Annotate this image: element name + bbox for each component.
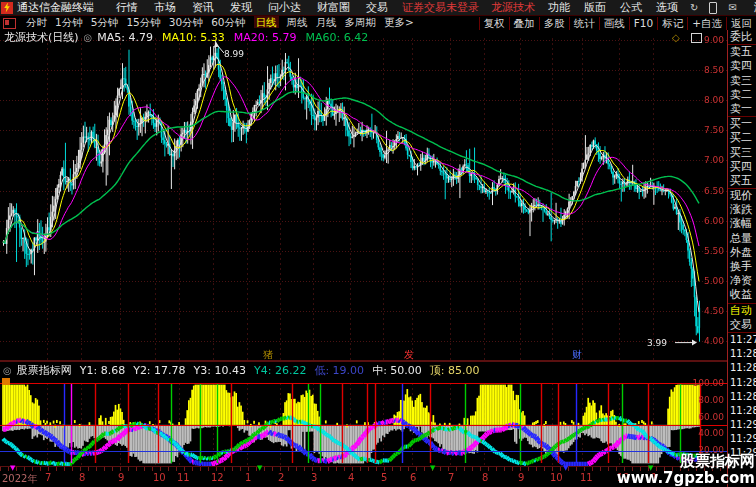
ma-value-0: MA5: 4.79 — [97, 31, 153, 44]
period-tab-3[interactable]: 15分钟 — [126, 16, 160, 28]
period-tab-8[interactable]: 月线 — [316, 16, 337, 28]
menu-item-1[interactable]: 市场 — [154, 1, 176, 14]
menu-item-2[interactable]: 资讯 — [192, 1, 214, 14]
refresh-icon[interactable]: ↻ — [690, 2, 698, 13]
quote-row-卖三: 卖三 — [728, 74, 756, 88]
month-label-8: 8 — [79, 472, 85, 483]
menu-right-item-3[interactable]: 选项 — [656, 1, 678, 14]
quote-row-涨跌: 涨跌 — [728, 203, 756, 217]
menu-items: 行情市场资讯发现问小达财富圈交易 — [108, 0, 396, 15]
toolbar-button-1[interactable]: 叠加 — [509, 17, 539, 30]
menu-item-3[interactable]: 发现 — [230, 1, 252, 14]
quote-row-涨幅: 涨幅 — [728, 217, 756, 231]
month-label-9: 9 — [518, 472, 524, 483]
toolbar-button-2[interactable]: 多股 — [539, 17, 569, 30]
period-tab-5[interactable]: 60分钟 — [211, 16, 245, 28]
menu-item-6[interactable]: 交易 — [366, 1, 388, 14]
chart-event-marker-1: 发 — [404, 348, 414, 362]
tick-time-row: 11:28 — [728, 361, 756, 375]
axis-arrow-marker-3: ▼ — [563, 464, 568, 472]
indicator-chart[interactable] — [0, 362, 727, 466]
app-logo-icon — [1, 2, 13, 14]
indicator-value-2: Y3: 10.43 — [194, 364, 246, 377]
axis-arrow-marker-0: ▼ — [10, 464, 15, 472]
ma-values: MA5: 4.79MA10: 5.33MA20: 5.79MA60: 6.42 — [97, 31, 377, 44]
quote-row-买四: 买四 — [728, 160, 756, 174]
app-title: 通达信金融终端 — [17, 0, 94, 15]
axis-arrow-marker-2: ▼ — [430, 464, 435, 472]
toolbar-right: 复权叠加多股统计画线F10标记+自选返回 — [479, 16, 756, 30]
month-label-1: 1 — [245, 472, 251, 483]
period-tab-9[interactable]: 多周期 — [345, 16, 377, 28]
indicator-name[interactable]: 股票指标网 — [17, 363, 72, 378]
indicator-level-0: 低: 19.00 — [314, 364, 364, 377]
month-label-9: 9 — [118, 472, 124, 483]
period-tab-6[interactable]: 日线 — [254, 16, 279, 28]
toolbar-button-4[interactable]: 画线 — [599, 17, 629, 30]
quote-row-买五: 买五 — [728, 174, 756, 189]
login-status[interactable]: 证券交易未登录 — [402, 0, 479, 15]
tick-time-row: 11:27 — [728, 333, 756, 347]
month-label-7: 7 — [45, 472, 51, 483]
period-tab-1[interactable]: 1分钟 — [55, 16, 83, 28]
indicator-level-1: 中: 50.00 — [372, 364, 422, 377]
tick-time-row: 11:29 — [728, 432, 756, 446]
eye-icon[interactable]: ◎ — [84, 32, 93, 43]
ma-value-2: MA20: 5.79 — [234, 31, 297, 44]
tick-time-row: 11:28 — [728, 347, 756, 361]
mail-icon[interactable]: ✉ — [728, 2, 736, 13]
menu-item-5[interactable]: 财富圈 — [317, 1, 350, 14]
quote-row-净资: 净资 — [728, 274, 756, 288]
quote-row-卖四: 卖四 — [728, 59, 756, 73]
menu-right-item-0[interactable]: 功能 — [548, 1, 570, 14]
month-label-10: 10 — [153, 472, 166, 483]
diamond-icon[interactable]: ◇ — [672, 32, 680, 43]
period-tab-4[interactable]: 30分钟 — [169, 16, 203, 28]
axis-arrow-marker-1: ▼ — [257, 464, 262, 472]
menu-item-0[interactable]: 行情 — [116, 1, 138, 14]
month-label-2022年: 2022年 — [2, 472, 37, 486]
period-tab-0[interactable]: 分时 — [26, 16, 47, 28]
quote-row-卖一: 卖一 — [728, 102, 756, 117]
toolbar-button-5[interactable]: F10 — [629, 17, 657, 30]
month-label-5: 5 — [381, 472, 387, 483]
menu-item-4[interactable]: 问小达 — [268, 1, 301, 14]
toolbar-button-6[interactable]: 标记 — [657, 17, 687, 30]
period-tab-2[interactable]: 5分钟 — [91, 16, 119, 28]
candlestick-chart[interactable] — [0, 30, 727, 362]
tick-time-row: 11:28 — [728, 376, 756, 390]
period-toolbar: 分时1分钟5分钟15分钟30分钟60分钟日线周线月线多周期更多> 复权叠加多股统… — [0, 15, 756, 30]
month-label-4: 4 — [348, 472, 354, 483]
chart-event-marker-0: 猪 — [263, 348, 273, 362]
chart-header: 龙源技术(日线) ◎ MA5: 4.79MA10: 5.33MA20: 5.79… — [4, 31, 377, 44]
month-label-6: 6 — [410, 472, 416, 483]
toolbar-button-8[interactable]: 返回 — [726, 17, 756, 30]
toolbar-button-0[interactable]: 复权 — [479, 17, 509, 30]
watermark-url: www.7gpzb.com — [617, 470, 755, 487]
indicator-eye-icon[interactable]: ◎ — [3, 365, 12, 376]
toolbar-button-7[interactable]: +自选 — [687, 17, 726, 30]
quote-row-总量: 总量 — [728, 232, 756, 246]
quote-row-卖五: 卖五 — [728, 45, 756, 59]
indicator-value-0: Y1: 8.68 — [80, 364, 125, 377]
ma-value-3: MA60: 6.42 — [305, 31, 368, 44]
period-tab-10[interactable]: 更多> — [384, 16, 414, 28]
menubar-right: 证券交易未登录 龙源技术 功能版面公式选项 ↻ ✉ 游客 — [396, 0, 756, 15]
phone-icon[interactable] — [709, 2, 717, 14]
month-label-12: 12 — [211, 472, 224, 483]
month-label-2: 2 — [278, 472, 284, 483]
quote-row-现价: 现价 — [728, 189, 756, 203]
screenshot-icon[interactable] — [691, 33, 702, 43]
chart-event-marker-2: 财 — [572, 348, 582, 362]
indicator-value-3: Y4: 26.22 — [254, 364, 306, 377]
menu-right-item-1[interactable]: 版面 — [584, 1, 606, 14]
month-label-3: 3 — [311, 472, 317, 483]
period-tab-7[interactable]: 周线 — [287, 16, 308, 28]
quote-row-外盘: 外盘 — [728, 246, 756, 260]
monitor-icon[interactable] — [3, 18, 16, 29]
month-label-10: 10 — [550, 472, 563, 483]
toolbar-button-3[interactable]: 统计 — [569, 17, 599, 30]
quote-row-交易: 交易 — [728, 318, 756, 333]
menu-right-item-2[interactable]: 公式 — [620, 1, 642, 14]
current-stock-name[interactable]: 龙源技术 — [491, 0, 535, 15]
